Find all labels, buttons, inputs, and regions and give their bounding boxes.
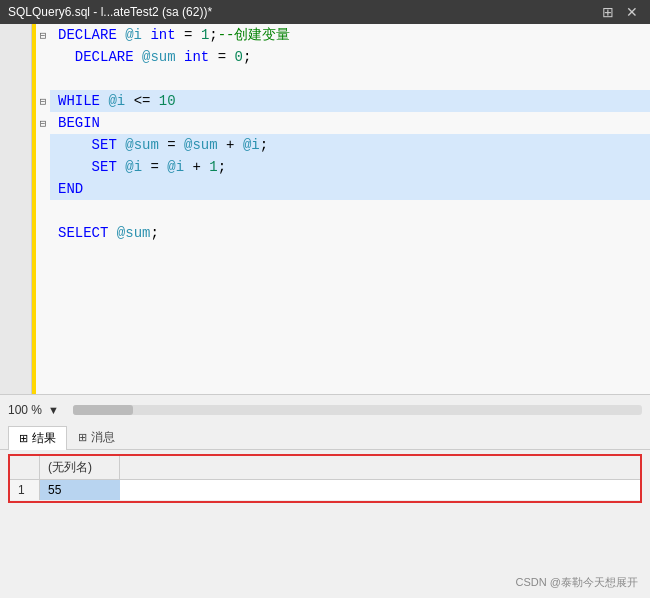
line-num-6 [0,134,31,156]
results-grid: (无列名) 1 55 [8,454,642,503]
row-number-1: 1 [10,480,40,500]
code-line-8: END [50,178,650,200]
results-tabs: ⊞ 结果 ⊞ 消息 [0,424,650,450]
code-body: ⊟ ⊟ ⊟ DECLARE @i int = 1;--创建变量 DECLARE … [32,24,650,394]
main-container: SQLQuery6.sql - l...ateTest2 (sa (62))* … [0,0,650,598]
status-bar: 100 % ▼ [0,394,650,424]
line-num-1 [0,24,31,46]
pin-button[interactable]: ⊞ [598,4,618,20]
code-lines: DECLARE @i int = 1;--创建变量 DECLARE @sum i… [50,24,650,394]
line-num-8 [0,178,31,200]
close-button[interactable]: ✕ [622,4,642,20]
zoom-level: 100 % [8,403,42,417]
collapse-7 [36,156,50,178]
hscroll-thumb[interactable] [73,405,133,415]
collapse-markers: ⊟ ⊟ ⊟ [36,24,50,394]
code-editor: ⊟ ⊟ ⊟ DECLARE @i int = 1;--创建变量 DECLARE … [0,24,650,394]
line-num-7 [0,156,31,178]
tab-title: SQLQuery6.sql - l...ateTest2 (sa (62))* [8,5,212,19]
collapse-2 [36,46,50,68]
messages-tab-label: 消息 [91,429,115,446]
tab-messages[interactable]: ⊞ 消息 [67,425,126,449]
collapse-8 [36,178,50,200]
code-line-10: SELECT @sum; [50,222,650,244]
code-line-3 [50,68,650,90]
collapse-1[interactable]: ⊟ [36,24,50,46]
code-line-1: DECLARE @i int = 1;--创建变量 [50,24,650,46]
code-line-2: DECLARE @sum int = 0; [50,46,650,68]
title-bar-controls: ⊞ ✕ [598,4,642,20]
collapse-10 [36,222,50,244]
collapse-5[interactable]: ⊟ [36,112,50,134]
line-num-2 [0,46,31,68]
code-line-7: SET @i = @i + 1; [50,156,650,178]
line-num-9 [0,200,31,222]
line-numbers [0,24,32,394]
code-line-4: WHILE @i <= 10 [50,90,650,112]
header-spacer [10,456,40,479]
zoom-dropdown[interactable]: ▼ [48,404,59,416]
results-tab-icon: ⊞ [19,432,28,445]
result-row-1: 1 55 [10,480,640,501]
collapse-9 [36,200,50,222]
results-header-row: (无列名) [10,456,640,480]
collapse-3 [36,68,50,90]
collapse-4[interactable]: ⊟ [36,90,50,112]
results-tab-label: 结果 [32,430,56,447]
tab-results[interactable]: ⊞ 结果 [8,426,67,450]
messages-tab-icon: ⊞ [78,431,87,444]
hscroll-bar[interactable] [73,405,642,415]
line-num-5 [0,112,31,134]
title-bar-left: SQLQuery6.sql - l...ateTest2 (sa (62))* [8,5,212,19]
code-line-5: BEGIN [50,112,650,134]
collapse-6 [36,134,50,156]
result-cell-1-1[interactable]: 55 [40,480,120,500]
title-bar: SQLQuery6.sql - l...ateTest2 (sa (62))* … [0,0,650,24]
line-num-10 [0,222,31,244]
header-cell-1: (无列名) [40,456,120,479]
code-line-9 [50,200,650,222]
line-num-3 [0,68,31,90]
watermark: CSDN @泰勒今天想展开 [516,575,638,590]
line-num-4 [0,90,31,112]
code-line-6: SET @sum = @sum + @i; [50,134,650,156]
